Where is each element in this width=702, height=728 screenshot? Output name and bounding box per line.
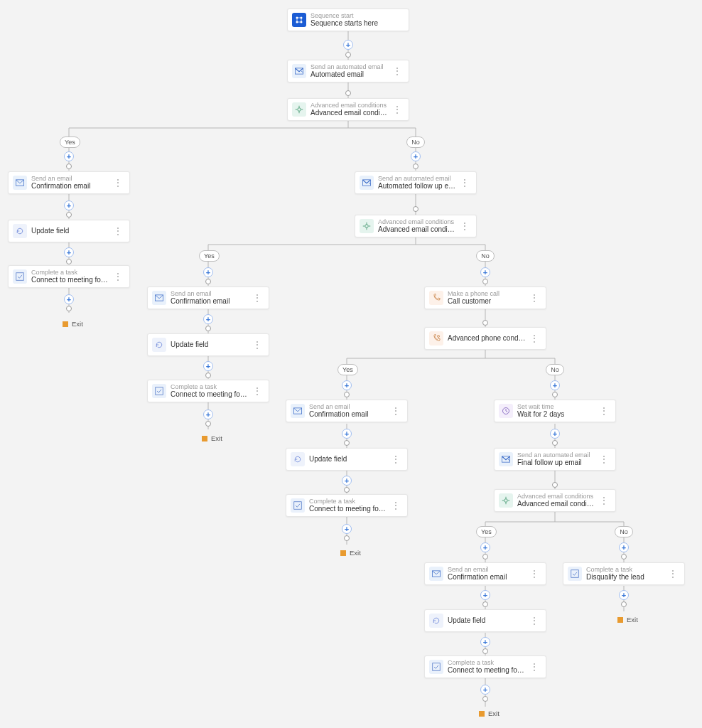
- svg-point-60: [504, 499, 508, 503]
- add-step-button[interactable]: +: [480, 685, 490, 695]
- add-step-button[interactable]: +: [342, 429, 352, 439]
- node-menu-button[interactable]: ⋮: [112, 272, 124, 281]
- svg-rect-50: [16, 273, 24, 281]
- add-step-button[interactable]: +: [619, 590, 629, 600]
- add-step-button[interactable]: +: [64, 294, 74, 304]
- node-menu-button[interactable]: ⋮: [390, 407, 401, 415]
- exit-icon: [63, 321, 68, 327]
- node-title: Update field: [448, 616, 526, 625]
- node-menu-button[interactable]: ⋮: [252, 294, 263, 302]
- node-email-confirmation[interactable]: Send an email Confirmation email ⋮: [147, 287, 269, 309]
- node-update-field[interactable]: Update field ⋮: [147, 333, 269, 356]
- node-type-label: Send an automated email: [517, 451, 595, 459]
- node-task-disqualify[interactable]: Complete a task Disqualify the lead ⋮: [563, 562, 685, 585]
- node-condition-1[interactable]: Advanced email conditions Advanced email…: [287, 98, 409, 121]
- node-menu-button[interactable]: ⋮: [390, 455, 401, 464]
- node-start[interactable]: Sequence start Sequence starts here: [287, 9, 409, 31]
- add-step-button[interactable]: +: [64, 247, 74, 257]
- branch-yes[interactable]: Yes: [338, 364, 358, 375]
- node-automated-followup[interactable]: Send an automated email Automated follow…: [355, 171, 477, 194]
- add-step-button[interactable]: +: [480, 590, 490, 600]
- add-step-button[interactable]: +: [203, 361, 213, 371]
- node-menu-button[interactable]: ⋮: [112, 178, 124, 187]
- node-final-followup[interactable]: Send an automated email Final follow up …: [494, 448, 616, 471]
- node-update-field[interactable]: Update field ⋮: [424, 609, 546, 632]
- node-menu-button[interactable]: ⋮: [252, 341, 263, 349]
- node-wait[interactable]: Set wait time Wait for 2 days ⋮: [494, 400, 616, 422]
- phone-condition-icon: [429, 331, 443, 346]
- add-step-button[interactable]: +: [619, 542, 629, 552]
- node-menu-button[interactable]: ⋮: [252, 387, 263, 395]
- node-email-confirmation[interactable]: Send an email Confirmation email ⋮: [8, 171, 130, 194]
- node-menu-button[interactable]: ⋮: [459, 178, 470, 187]
- node-type-label: Complete a task: [448, 659, 526, 666]
- add-step-button[interactable]: +: [550, 380, 560, 390]
- branch-yes[interactable]: Yes: [476, 526, 497, 537]
- wait-icon: [499, 404, 513, 418]
- node-condition-2[interactable]: Advanced email conditions Advanced email…: [355, 215, 477, 237]
- node-task-demo[interactable]: Complete a task Connect to meeting for p…: [147, 380, 269, 402]
- add-step-button[interactable]: +: [203, 410, 213, 419]
- node-title: Connect to meeting for product demo r...: [31, 276, 109, 284]
- node-menu-button[interactable]: ⋮: [529, 663, 540, 671]
- add-step-button[interactable]: +: [480, 637, 490, 647]
- connector-dot: [482, 320, 488, 326]
- node-menu-button[interactable]: ⋮: [390, 501, 401, 510]
- add-step-button[interactable]: +: [550, 429, 560, 439]
- node-email-confirmation[interactable]: Send an email Confirmation email ⋮: [286, 400, 408, 422]
- branch-yes[interactable]: Yes: [199, 250, 220, 262]
- node-menu-button[interactable]: ⋮: [392, 105, 403, 114]
- node-title: Disqualify the lead: [586, 573, 664, 582]
- condition-icon: [360, 219, 374, 233]
- exit-icon: [479, 711, 485, 717]
- node-menu-button[interactable]: ⋮: [529, 616, 540, 625]
- add-step-button[interactable]: +: [343, 40, 353, 50]
- branch-no[interactable]: No: [615, 526, 633, 537]
- node-task-demo[interactable]: Complete a task Connect to meeting for p…: [286, 494, 408, 517]
- node-menu-button[interactable]: ⋮: [598, 496, 610, 505]
- add-step-button[interactable]: +: [480, 542, 490, 552]
- sequence-canvas[interactable]: Sequence start Sequence starts here + Se…: [0, 0, 702, 728]
- branch-no[interactable]: No: [406, 136, 425, 148]
- node-phone-condition[interactable]: Advanced phone condition ⋮: [424, 327, 546, 350]
- node-title: Connect to meeting for product demo r...: [171, 390, 249, 399]
- node-condition-3[interactable]: Advanced email conditions Advanced email…: [494, 489, 616, 512]
- node-menu-button[interactable]: ⋮: [459, 222, 470, 230]
- node-menu-button[interactable]: ⋮: [529, 569, 540, 578]
- add-step-button[interactable]: +: [342, 524, 352, 534]
- add-step-button[interactable]: +: [480, 267, 490, 277]
- node-task-demo[interactable]: Complete a task Connect to meeting for p…: [424, 655, 546, 678]
- node-automated-email[interactable]: Send an automated email Automated email …: [287, 60, 409, 82]
- add-step-button[interactable]: +: [203, 314, 213, 324]
- branch-yes[interactable]: Yes: [60, 136, 80, 148]
- task-icon: [13, 269, 27, 284]
- connector-dot: [66, 212, 72, 218]
- node-task-demo[interactable]: Complete a task Connect to meeting for p…: [8, 265, 130, 288]
- add-step-button[interactable]: +: [64, 151, 74, 161]
- add-step-button[interactable]: +: [342, 476, 352, 486]
- node-email-confirmation[interactable]: Send an email Confirmation email ⋮: [424, 562, 546, 585]
- node-update-field[interactable]: Update field ⋮: [8, 220, 130, 242]
- add-step-button[interactable]: +: [342, 380, 352, 390]
- node-menu-button[interactable]: ⋮: [529, 334, 540, 343]
- exit-marker: Exit: [202, 434, 222, 442]
- add-step-button[interactable]: +: [64, 200, 74, 210]
- exit-icon: [202, 436, 207, 441]
- node-menu-button[interactable]: ⋮: [529, 294, 540, 302]
- node-phone-call[interactable]: Make a phone call Call customer ⋮: [424, 287, 546, 309]
- node-menu-button[interactable]: ⋮: [112, 227, 124, 235]
- branch-no[interactable]: No: [476, 250, 495, 262]
- node-update-field[interactable]: Update field ⋮: [286, 448, 408, 471]
- node-menu-button[interactable]: ⋮: [667, 569, 679, 578]
- condition-icon: [292, 102, 306, 117]
- branch-no[interactable]: No: [546, 364, 564, 375]
- node-title: Automated follow up email: [378, 182, 456, 191]
- node-menu-button[interactable]: ⋮: [392, 67, 403, 75]
- add-step-button[interactable]: +: [203, 267, 213, 277]
- exit-marker: Exit: [63, 320, 83, 328]
- add-step-button[interactable]: +: [411, 151, 421, 161]
- node-title: Advanced phone condition: [448, 334, 526, 343]
- email-icon: [152, 291, 166, 305]
- node-menu-button[interactable]: ⋮: [598, 407, 610, 415]
- node-menu-button[interactable]: ⋮: [598, 455, 610, 464]
